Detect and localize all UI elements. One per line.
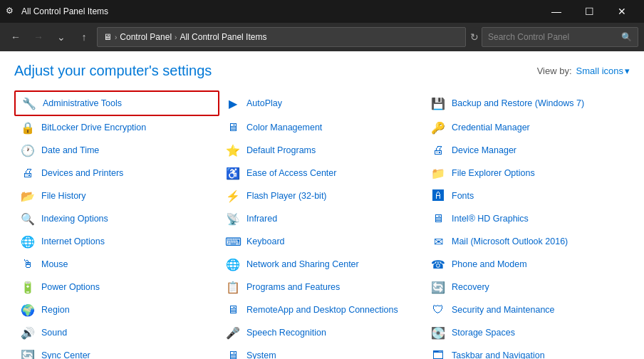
item-label-date-time: Date and Time [41,145,99,155]
close-button[interactable]: ✕ [606,0,638,23]
grid-item-internet-options[interactable]: 🌐Internet Options [14,230,219,253]
grid-item-file-history[interactable]: 📂File History [14,184,219,207]
item-icon-intel-hd-graphics: 🖥 [430,211,446,227]
item-label-security-maintenance: Security and Maintenance [452,305,555,315]
grid-item-remoteapp[interactable]: 🖥RemoteApp and Desktop Connections [219,298,425,321]
item-label-administrative-tools: Administrative Tools [43,98,122,108]
grid-item-ease-of-access[interactable]: ♿Ease of Access Center [219,162,425,184]
item-icon-remoteapp: 🖥 [225,302,241,318]
item-label-system: System [246,350,276,359]
grid-item-fonts[interactable]: 🅰Fonts [425,184,630,207]
grid-item-devices-printers[interactable]: 🖨Devices and Printers [14,162,219,184]
refresh-icon[interactable]: ↻ [470,31,479,43]
grid-item-mail[interactable]: ✉Mail (Microsoft Outlook 2016) [425,230,630,253]
back-button[interactable]: ← [6,27,26,47]
forward-button[interactable]: → [28,27,48,47]
address-path[interactable]: 🖥 › Control Panel › All Control Panel It… [97,27,466,47]
item-icon-default-programs: ⭐ [225,142,241,158]
item-label-region: Region [41,305,70,315]
item-label-color-management: Color Management [246,123,322,132]
item-icon-bitlocker: 🔒 [20,120,36,135]
item-icon-indexing-options: 🔍 [20,211,36,227]
item-icon-credential-manager: 🔑 [430,120,446,135]
recent-locations-button[interactable]: ⌄ [51,27,71,47]
item-icon-recovery: 🔄 [430,279,446,295]
grid-item-mouse[interactable]: 🖱Mouse [14,253,219,276]
item-icon-speech-recognition: 🎤 [225,325,241,340]
grid-item-system[interactable]: 🖥System [219,344,425,359]
item-icon-phone-modem: ☎ [430,256,446,272]
grid-item-autoplay[interactable]: ▶AutoPlay [219,90,425,116]
grid-item-storage-spaces[interactable]: 💽Storage Spaces [425,321,630,344]
path-control-panel: Control Panel [120,32,172,42]
grid-item-sync-center[interactable]: 🔄Sync Center [14,344,219,359]
item-label-flash-player: Flash Player (32-bit) [246,191,327,201]
item-label-intel-hd-graphics: Intel® HD Graphics [452,214,529,224]
window-title: All Control Panel Items [21,6,540,16]
grid-item-color-management[interactable]: 🖥Color Management [219,116,425,139]
item-icon-storage-spaces: 💽 [430,325,446,340]
app-icon: ⚙ [6,6,17,17]
search-box[interactable]: 🔍 [482,27,638,47]
item-label-storage-spaces: Storage Spaces [452,328,515,338]
item-icon-autoplay: ▶ [225,95,241,111]
grid-item-intel-hd-graphics[interactable]: 🖥Intel® HD Graphics [425,207,630,230]
item-icon-date-time: 🕐 [20,142,36,158]
grid-item-date-time[interactable]: 🕐Date and Time [14,139,219,162]
view-by-value[interactable]: Small icons ▾ [576,66,630,76]
item-label-programs-features: Programs and Features [246,282,340,292]
grid-item-power-options[interactable]: 🔋Power Options [14,276,219,298]
item-label-autoplay: AutoPlay [246,98,282,108]
item-icon-device-manager: 🖨 [430,142,446,158]
grid-item-sound[interactable]: 🔊Sound [14,321,219,344]
grid-item-backup-restore[interactable]: 💾Backup and Restore (Windows 7) [425,90,630,116]
item-icon-devices-printers: 🖨 [20,165,36,181]
up-button[interactable]: ↑ [74,27,94,47]
item-label-fonts: Fonts [452,191,474,201]
grid-item-credential-manager[interactable]: 🔑Credential Manager [425,116,630,139]
grid-item-recovery[interactable]: 🔄Recovery [425,276,630,298]
grid-item-infrared[interactable]: 📡Infrared [219,207,425,230]
view-by-label: View by: [537,66,572,76]
item-label-mouse: Mouse [41,259,68,269]
item-icon-flash-player: ⚡ [225,188,241,204]
item-label-devices-printers: Devices and Printers [41,168,123,178]
item-label-speech-recognition: Speech Recognition [246,328,326,338]
maximize-button[interactable]: ☐ [573,0,606,23]
item-icon-programs-features: 📋 [225,279,241,295]
item-icon-region: 🌍 [20,302,36,318]
item-icon-power-options: 🔋 [20,279,36,295]
grid-item-keyboard[interactable]: ⌨Keyboard [219,230,425,253]
minimize-button[interactable]: — [540,0,573,23]
grid-item-programs-features[interactable]: 📋Programs and Features [219,276,425,298]
grid-item-bitlocker[interactable]: 🔒BitLocker Drive Encryption [14,116,219,139]
view-by-control: View by: Small icons ▾ [537,66,630,76]
grid-item-speech-recognition[interactable]: 🎤Speech Recognition [219,321,425,344]
grid-item-file-explorer-options[interactable]: 📁File Explorer Options [425,162,630,184]
grid-item-flash-player[interactable]: ⚡Flash Player (32-bit) [219,184,425,207]
search-icon: 🔍 [621,32,632,42]
grid-item-default-programs[interactable]: ⭐Default Programs [219,139,425,162]
grid-item-device-manager[interactable]: 🖨Device Manager [425,139,630,162]
item-icon-file-explorer-options: 📁 [430,165,446,181]
address-bar: ← → ⌄ ↑ 🖥 › Control Panel › All Control … [0,23,644,51]
grid-item-indexing-options[interactable]: 🔍Indexing Options [14,207,219,230]
item-icon-system: 🖥 [225,348,241,359]
grid-item-taskbar-navigation[interactable]: 🗔Taskbar and Navigation [425,344,630,359]
item-label-file-history: File History [41,191,86,201]
item-icon-internet-options: 🌐 [20,234,36,249]
item-icon-taskbar-navigation: 🗔 [430,348,446,359]
item-icon-infrared: 📡 [225,211,241,227]
item-label-taskbar-navigation: Taskbar and Navigation [452,350,545,359]
grid-item-region[interactable]: 🌍Region [14,298,219,321]
grid-item-administrative-tools[interactable]: 🔧Administrative Tools [14,90,219,116]
item-label-backup-restore: Backup and Restore (Windows 7) [452,98,584,108]
item-icon-mail: ✉ [430,234,446,249]
item-label-sound: Sound [41,328,67,338]
page-title: Adjust your computer's settings [14,63,212,79]
grid-item-phone-modem[interactable]: ☎Phone and Modem [425,253,630,276]
search-input[interactable] [488,32,621,42]
item-icon-file-history: 📂 [20,188,36,204]
grid-item-network-sharing[interactable]: 🌐Network and Sharing Center [219,253,425,276]
grid-item-security-maintenance[interactable]: 🛡Security and Maintenance [425,298,630,321]
